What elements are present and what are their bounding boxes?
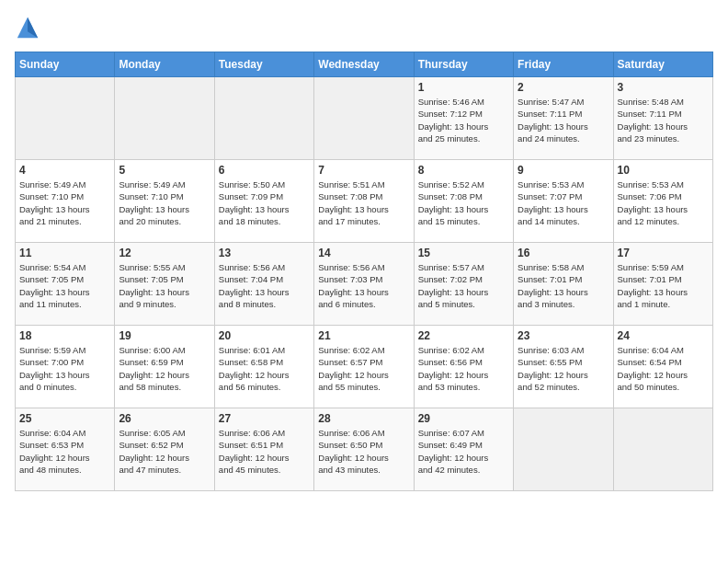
weekday-header: Saturday [613,52,712,77]
day-info: Sunrise: 5:59 AM Sunset: 7:00 PM Dayligh… [19,344,110,393]
day-number: 14 [318,247,409,259]
day-number: 10 [618,164,709,177]
calendar-cell: 3Sunrise: 5:48 AM Sunset: 7:11 PM Daylig… [613,77,712,160]
calendar-cell: 28Sunrise: 6:06 AM Sunset: 6:50 PM Dayli… [314,408,414,491]
weekday-header: Wednesday [314,52,414,77]
calendar-cell: 13Sunrise: 5:56 AM Sunset: 7:04 PM Dayli… [214,243,313,326]
weekday-header: Monday [115,52,214,77]
day-info: Sunrise: 6:01 AM Sunset: 6:58 PM Dayligh… [219,344,310,393]
calendar-cell: 23Sunrise: 6:03 AM Sunset: 6:55 PM Dayli… [514,326,613,408]
logo-icon [15,15,40,40]
day-info: Sunrise: 5:46 AM Sunset: 7:12 PM Dayligh… [418,96,509,144]
day-info: Sunrise: 5:52 AM Sunset: 7:08 PM Dayligh… [418,178,509,227]
page-header [15,15,713,40]
day-number: 1 [418,81,509,94]
day-info: Sunrise: 5:56 AM Sunset: 7:03 PM Dayligh… [318,261,409,310]
day-number: 29 [418,412,509,425]
calendar-week-row: 1Sunrise: 5:46 AM Sunset: 7:12 PM Daylig… [16,77,713,160]
day-number: 12 [119,247,210,259]
day-number: 21 [318,329,409,342]
day-info: Sunrise: 5:53 AM Sunset: 7:06 PM Dayligh… [618,178,709,227]
calendar-cell: 18Sunrise: 5:59 AM Sunset: 7:00 PM Dayli… [16,326,115,408]
day-number: 27 [219,412,310,425]
calendar-cell: 21Sunrise: 6:02 AM Sunset: 6:57 PM Dayli… [314,326,414,408]
day-number: 28 [318,412,409,425]
day-info: Sunrise: 6:03 AM Sunset: 6:55 PM Dayligh… [518,344,609,393]
calendar-cell: 25Sunrise: 6:04 AM Sunset: 6:53 PM Dayli… [16,408,115,491]
day-number: 8 [418,164,509,177]
day-number: 11 [19,247,110,259]
calendar-cell: 29Sunrise: 6:07 AM Sunset: 6:49 PM Dayli… [414,408,513,491]
day-number: 9 [518,164,609,177]
weekday-header: Tuesday [214,52,313,77]
calendar-cell: 24Sunrise: 6:04 AM Sunset: 6:54 PM Dayli… [613,326,712,408]
calendar-cell: 19Sunrise: 6:00 AM Sunset: 6:59 PM Dayli… [115,326,214,408]
weekday-header: Friday [514,52,613,77]
weekday-header-row: SundayMondayTuesdayWednesdayThursdayFrid… [16,52,713,77]
calendar-cell: 6Sunrise: 5:50 AM Sunset: 7:09 PM Daylig… [214,160,313,243]
calendar-cell: 22Sunrise: 6:02 AM Sunset: 6:56 PM Dayli… [414,326,513,408]
day-info: Sunrise: 6:06 AM Sunset: 6:51 PM Dayligh… [219,427,310,476]
day-number: 18 [19,329,110,342]
calendar-week-row: 18Sunrise: 5:59 AM Sunset: 7:00 PM Dayli… [16,326,713,408]
calendar-cell [314,77,414,160]
calendar-cell [514,408,613,491]
day-info: Sunrise: 5:49 AM Sunset: 7:10 PM Dayligh… [119,178,210,227]
calendar-cell: 7Sunrise: 5:51 AM Sunset: 7:08 PM Daylig… [314,160,414,243]
day-number: 6 [219,164,310,177]
calendar-cell: 11Sunrise: 5:54 AM Sunset: 7:05 PM Dayli… [16,243,115,326]
calendar-cell: 20Sunrise: 6:01 AM Sunset: 6:58 PM Dayli… [214,326,313,408]
day-info: Sunrise: 5:49 AM Sunset: 7:10 PM Dayligh… [19,178,110,227]
day-number: 23 [518,329,609,342]
calendar-cell: 10Sunrise: 5:53 AM Sunset: 7:06 PM Dayli… [613,160,712,243]
day-number: 20 [219,329,310,342]
day-number: 7 [318,164,409,177]
day-info: Sunrise: 5:47 AM Sunset: 7:11 PM Dayligh… [518,96,609,144]
calendar-table: SundayMondayTuesdayWednesdayThursdayFrid… [15,52,713,491]
calendar-cell [613,408,712,491]
day-info: Sunrise: 6:02 AM Sunset: 6:56 PM Dayligh… [418,344,509,393]
day-info: Sunrise: 6:04 AM Sunset: 6:54 PM Dayligh… [618,344,709,393]
day-info: Sunrise: 6:02 AM Sunset: 6:57 PM Dayligh… [318,344,409,393]
calendar-cell: 12Sunrise: 5:55 AM Sunset: 7:05 PM Dayli… [115,243,214,326]
calendar-cell: 8Sunrise: 5:52 AM Sunset: 7:08 PM Daylig… [414,160,513,243]
weekday-header: Sunday [16,52,115,77]
calendar-week-row: 25Sunrise: 6:04 AM Sunset: 6:53 PM Dayli… [16,408,713,491]
calendar-cell: 15Sunrise: 5:57 AM Sunset: 7:02 PM Dayli… [414,243,513,326]
calendar-cell: 17Sunrise: 5:59 AM Sunset: 7:01 PM Dayli… [613,243,712,326]
calendar-cell [214,77,313,160]
day-number: 25 [19,412,110,425]
day-info: Sunrise: 6:06 AM Sunset: 6:50 PM Dayligh… [318,427,409,476]
day-number: 15 [418,247,509,259]
day-info: Sunrise: 5:54 AM Sunset: 7:05 PM Dayligh… [19,261,110,310]
day-number: 4 [19,164,110,177]
day-info: Sunrise: 5:59 AM Sunset: 7:01 PM Dayligh… [618,261,709,310]
day-number: 13 [219,247,310,259]
day-info: Sunrise: 5:56 AM Sunset: 7:04 PM Dayligh… [219,261,310,310]
day-number: 5 [119,164,210,177]
day-number: 2 [518,81,609,94]
day-number: 22 [418,329,509,342]
day-info: Sunrise: 5:53 AM Sunset: 7:07 PM Dayligh… [518,178,609,227]
calendar-cell: 27Sunrise: 6:06 AM Sunset: 6:51 PM Dayli… [214,408,313,491]
day-info: Sunrise: 6:07 AM Sunset: 6:49 PM Dayligh… [418,427,509,476]
day-info: Sunrise: 5:50 AM Sunset: 7:09 PM Dayligh… [219,178,310,227]
calendar-cell: 4Sunrise: 5:49 AM Sunset: 7:10 PM Daylig… [16,160,115,243]
day-number: 3 [618,81,709,94]
calendar-cell: 5Sunrise: 5:49 AM Sunset: 7:10 PM Daylig… [115,160,214,243]
day-info: Sunrise: 5:58 AM Sunset: 7:01 PM Dayligh… [518,261,609,310]
day-number: 16 [518,247,609,259]
calendar-cell: 1Sunrise: 5:46 AM Sunset: 7:12 PM Daylig… [414,77,513,160]
day-info: Sunrise: 5:55 AM Sunset: 7:05 PM Dayligh… [119,261,210,310]
weekday-header: Thursday [414,52,513,77]
calendar-cell: 16Sunrise: 5:58 AM Sunset: 7:01 PM Dayli… [514,243,613,326]
calendar-cell: 14Sunrise: 5:56 AM Sunset: 7:03 PM Dayli… [314,243,414,326]
day-number: 17 [618,247,709,259]
calendar-cell: 9Sunrise: 5:53 AM Sunset: 7:07 PM Daylig… [514,160,613,243]
calendar-cell: 26Sunrise: 6:05 AM Sunset: 6:52 PM Dayli… [115,408,214,491]
day-info: Sunrise: 6:04 AM Sunset: 6:53 PM Dayligh… [19,427,110,476]
day-info: Sunrise: 6:05 AM Sunset: 6:52 PM Dayligh… [119,427,210,476]
calendar-cell [16,77,115,160]
day-number: 24 [618,329,709,342]
day-info: Sunrise: 6:00 AM Sunset: 6:59 PM Dayligh… [119,344,210,393]
